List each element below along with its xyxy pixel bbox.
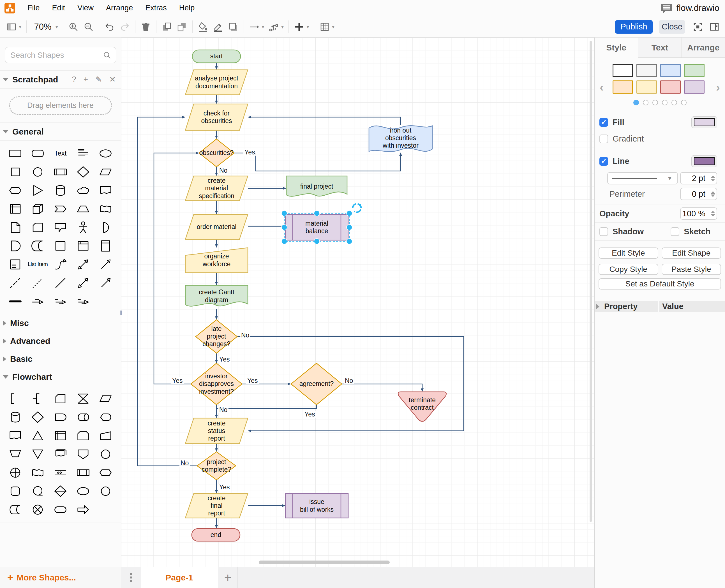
tab-text[interactable]: Text <box>638 38 681 58</box>
shape-parallelogram[interactable] <box>94 163 117 181</box>
delete-button[interactable] <box>140 21 151 33</box>
rotate-handle-icon[interactable] <box>353 204 361 212</box>
shape-dashed-line[interactable] <box>4 274 27 292</box>
preset-swatch-yellow[interactable] <box>636 80 657 93</box>
edge-ironout-check[interactable] <box>248 117 401 125</box>
add-page-button[interactable]: + <box>218 567 238 588</box>
shape-trapezoid[interactable] <box>72 200 95 218</box>
shape-bidirectional-arrow[interactable] <box>72 255 95 274</box>
edge-label-latechanges-no[interactable]: No <box>240 332 250 339</box>
pagination-dot[interactable] <box>671 100 677 105</box>
section-advanced[interactable]: Advanced <box>0 332 121 350</box>
shape-card[interactable] <box>27 218 49 236</box>
publish-button[interactable]: Publish <box>615 20 652 34</box>
shape-tape[interactable] <box>94 200 117 218</box>
node-label-start[interactable]: start <box>192 50 241 63</box>
edge-label-obscurities-no[interactable]: No <box>218 167 228 174</box>
node-label-final-project[interactable]: final project <box>286 176 347 197</box>
node-label-obscurities[interactable]: obscurities? <box>193 147 240 159</box>
shape-merge[interactable] <box>27 445 49 463</box>
menu-help[interactable]: Help <box>179 4 195 12</box>
node-label-issue-bill[interactable]: issue bill of works <box>285 493 348 518</box>
shape-data-storage[interactable] <box>27 236 49 255</box>
scratchpad-help-icon[interactable]: ? <box>72 75 76 84</box>
pagination-dot-active[interactable] <box>633 100 639 105</box>
shape-predefined-process[interactable] <box>72 463 95 482</box>
shape-rounded-rectangle[interactable] <box>27 144 49 163</box>
node-label-material-balance[interactable]: material balance <box>285 214 348 240</box>
shape-vertical-container[interactable] <box>94 236 117 255</box>
shape-heading[interactable] <box>72 144 95 163</box>
more-shapes-button[interactable]: + More Shapes... <box>0 567 121 588</box>
node-label-end[interactable]: end <box>192 529 240 541</box>
node-label-order-material[interactable]: order material <box>185 214 248 239</box>
sidebar-resize-handle[interactable]: ‖ <box>120 308 123 318</box>
line-color-swatch[interactable] <box>691 155 717 167</box>
connection-button[interactable]: ▾ <box>249 21 264 33</box>
horizontal-scrollbar[interactable] <box>259 561 390 564</box>
menu-edit[interactable]: Edit <box>52 4 65 12</box>
shape-text[interactable]: Text <box>49 144 72 163</box>
edge-label-complete-yes[interactable]: Yes <box>218 484 231 491</box>
node-label-check-obscurities[interactable]: check for obscurities <box>185 104 248 130</box>
view-button[interactable]: ▾ <box>6 21 22 33</box>
sketch-checkbox[interactable] <box>670 227 679 236</box>
shape-annotation[interactable] <box>4 389 27 408</box>
set-default-style-button[interactable]: Set as Default Style <box>599 278 721 290</box>
node-label-analyse-docs[interactable]: analyse project documentation <box>185 70 248 95</box>
shape-arrow-with-double-label[interactable] <box>72 292 95 311</box>
line-color-button[interactable] <box>212 21 224 33</box>
line-width-input[interactable] <box>680 172 709 184</box>
edge-label-agreement-no[interactable]: No <box>344 377 354 384</box>
property-column-header[interactable]: Property <box>595 301 658 312</box>
shape-directional-connector[interactable] <box>94 274 117 292</box>
edge-label-agreement-yes[interactable]: Yes <box>303 411 316 418</box>
shape-manual-input[interactable] <box>94 426 117 445</box>
shape-rectangle[interactable] <box>4 144 27 163</box>
shape-connector[interactable] <box>94 445 117 463</box>
shape-fc-document[interactable] <box>4 426 27 445</box>
shape-transfer[interactable] <box>72 500 95 519</box>
menu-arrange[interactable]: Arrange <box>106 4 133 12</box>
shape-direct-data[interactable] <box>72 408 95 426</box>
shape-arrow-with-label[interactable] <box>27 292 49 311</box>
presets-next-icon[interactable]: › <box>716 81 720 94</box>
shape-fc-rounded-rect[interactable] <box>4 482 27 500</box>
shape-annotation-2[interactable] <box>27 389 49 408</box>
shape-square[interactable] <box>4 163 27 181</box>
zoom-out-button[interactable] <box>83 21 94 33</box>
to-back-button[interactable] <box>177 21 188 33</box>
preset-swatch-red[interactable] <box>660 80 681 93</box>
shape-list-item[interactable]: List Item <box>27 255 49 274</box>
shape-circle[interactable] <box>27 163 49 181</box>
format-panel-toggle-icon[interactable] <box>709 21 720 33</box>
shape-hexagon[interactable] <box>4 181 27 200</box>
shape-fc-start[interactable] <box>72 482 95 500</box>
edge-label-investor-yes-left[interactable]: Yes <box>171 377 184 384</box>
line-checkbox[interactable] <box>599 157 608 166</box>
shape-or[interactable] <box>94 218 117 236</box>
edit-style-button[interactable]: Edit Style <box>599 248 658 259</box>
node-label-final-report[interactable]: create final report <box>185 493 248 518</box>
vertical-scrollbar[interactable] <box>589 41 592 522</box>
shape-manual-operation[interactable] <box>4 445 27 463</box>
edge-label-complete-no[interactable]: No <box>180 460 190 467</box>
shape-decision[interactable] <box>27 408 49 426</box>
shape-arrow-with-source-label[interactable] <box>49 292 72 311</box>
value-column-header[interactable]: Value <box>659 301 725 312</box>
pagination-dot[interactable] <box>652 100 658 105</box>
shape-frame[interactable] <box>72 236 95 255</box>
node-label-iron-out[interactable]: iron out obscurities with investor <box>369 125 432 151</box>
scratchpad-dropzone[interactable]: Drag elements here <box>9 97 112 115</box>
shape-step[interactable] <box>49 200 72 218</box>
preset-swatch-gray[interactable] <box>636 64 657 77</box>
gradient-checkbox[interactable] <box>599 134 608 143</box>
edge-agreement-no-terminate[interactable] <box>342 384 422 391</box>
shape-process[interactable] <box>49 163 72 181</box>
shape-line[interactable] <box>49 274 72 292</box>
node-label-status-report[interactable]: create status report <box>185 418 248 444</box>
zoom-select[interactable]: 70% ▾ <box>32 22 58 32</box>
menu-extras[interactable]: Extras <box>145 4 167 12</box>
section-general[interactable]: General <box>0 123 121 141</box>
tab-arrange[interactable]: Arrange <box>682 38 725 58</box>
